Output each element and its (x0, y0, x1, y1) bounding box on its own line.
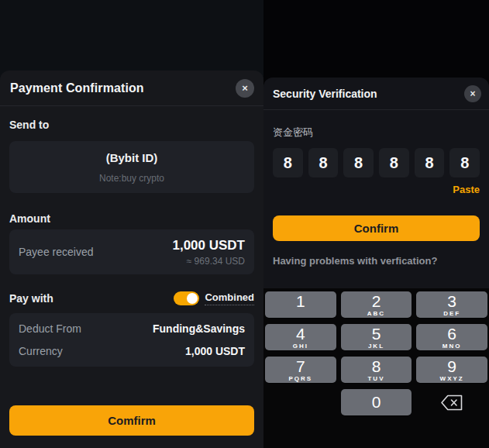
payee-received-label: Payee received (19, 246, 94, 258)
password-digit-box[interactable]: 8 (308, 148, 339, 177)
close-button[interactable]: × (464, 85, 481, 102)
amount-label: Amount (9, 212, 254, 225)
security-verification-screen: Security Verification × 资金密码 8 8 8 8 8 8… (263, 0, 489, 448)
verification-body: 资金密码 8 8 8 8 8 8 Paste Confirm Having pr… (263, 126, 489, 267)
password-digit-boxes: 8 8 8 8 8 8 (273, 148, 480, 177)
amount-usdt: 1,000 USDT (172, 238, 245, 253)
fund-password-label: 资金密码 (273, 126, 480, 140)
toggle-knob-icon (187, 293, 198, 304)
combined-toggle[interactable] (174, 291, 199, 305)
payment-sheet: Payment Confirmation × Send to (Bybit ID… (0, 71, 263, 448)
deduct-from-value: Funding&Savings (153, 322, 245, 335)
recipient-value: (Bybit ID) (106, 151, 158, 164)
password-digit-box[interactable]: 8 (343, 148, 374, 177)
password-digit-box[interactable]: 8 (273, 148, 303, 177)
amount-card: Payee received 1,000 USDT ≈ 969.34 USD (9, 229, 254, 274)
pay-with-row: Pay with Combined (9, 291, 254, 305)
keypad-key-7[interactable]: 7 PQRS (265, 357, 336, 383)
currency-label: Currency (19, 345, 63, 357)
amount-usd-approx: ≈ 969.34 USD (172, 256, 245, 267)
combined-control: Combined (174, 291, 254, 305)
combined-label: Combined (205, 291, 254, 305)
keypad-key-9[interactable]: 9 WXYZ (416, 357, 487, 383)
numeric-keypad: 1 2 ABC 3 DEF 4 GHI 5 JKL 6 MNO (263, 288, 489, 448)
keypad-backspace-key[interactable] (416, 389, 487, 415)
pay-details-card: Deduct From Funding&Savings Currency 1,0… (9, 313, 254, 367)
password-digit-box[interactable]: 8 (415, 148, 445, 177)
deduct-from-row: Deduct From Funding&Savings (19, 322, 245, 335)
verification-sheet-header: Security Verification × (263, 78, 489, 110)
send-to-card: (Bybit ID) Note:buy crypto (9, 141, 254, 193)
keypad-empty-cell (265, 389, 336, 415)
verification-title: Security Verification (273, 88, 377, 100)
payment-sheet-header: Payment Confirmation × (0, 71, 263, 106)
amount-values: 1,000 USDT ≈ 969.34 USD (172, 238, 245, 267)
confirm-verification-button[interactable]: Confirm (273, 215, 480, 241)
currency-row: Currency 1,000 USDT (19, 345, 245, 357)
close-icon: × (470, 88, 475, 99)
pay-with-label: Pay with (9, 292, 53, 305)
verification-help-link[interactable]: Having problems with verfication? (273, 255, 480, 267)
keypad-key-5[interactable]: 5 JKL (341, 324, 412, 350)
keypad-key-0[interactable]: 0 (341, 389, 412, 415)
close-button[interactable]: × (236, 79, 254, 98)
close-icon: × (242, 82, 248, 94)
page-title: Payment Confirmation (10, 81, 144, 95)
password-digit-box[interactable]: 8 (379, 148, 409, 177)
paste-link[interactable]: Paste (453, 184, 480, 195)
backspace-icon (440, 395, 463, 411)
verification-sheet: Security Verification × 资金密码 8 8 8 8 8 8… (263, 78, 489, 288)
paste-row: Paste (273, 182, 480, 196)
send-to-label: Send to (9, 119, 254, 131)
payment-confirmation-screen: Payment Confirmation × Send to (Bybit ID… (0, 0, 263, 448)
deduct-from-label: Deduct From (19, 322, 81, 335)
keypad-key-4[interactable]: 4 GHI (265, 324, 336, 350)
payment-sheet-body: Send to (Bybit ID) Note:buy crypto Amoun… (0, 119, 263, 367)
confirm-payment-button[interactable]: Comfirm (9, 405, 254, 436)
password-digit-box[interactable]: 8 (449, 148, 480, 177)
keypad-key-6[interactable]: 6 MNO (416, 324, 487, 350)
currency-value: 1,000 USDT (185, 345, 245, 357)
keypad-key-8[interactable]: 8 TUV (341, 357, 412, 383)
keypad-key-1[interactable]: 1 (265, 291, 336, 318)
keypad-key-2[interactable]: 2 ABC (341, 291, 412, 318)
recipient-note: Note:buy crypto (99, 173, 164, 184)
keypad-key-3[interactable]: 3 DEF (416, 291, 487, 318)
